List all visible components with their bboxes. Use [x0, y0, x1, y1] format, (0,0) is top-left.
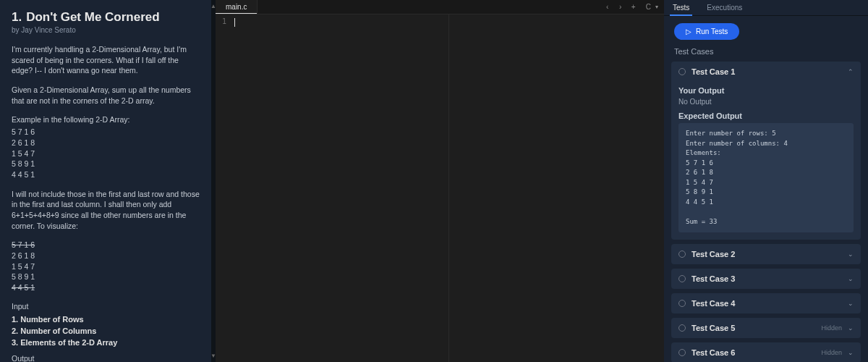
- test-case-header[interactable]: Test Case 6Hidden⌄: [671, 342, 861, 362]
- collapse-down-icon[interactable]: ▼: [210, 353, 216, 359]
- test-case-header[interactable]: Test Case 3⌄: [671, 269, 861, 289]
- problem-title: Don't Get Me Cornered: [26, 10, 159, 25]
- array-row: 4 4 5 1: [12, 169, 200, 180]
- test-case-body: Your OutputNo OutputExpected OutputEnter…: [671, 86, 861, 240]
- output-heading: Output: [12, 354, 200, 362]
- array-row: 2 6 1 8: [12, 251, 200, 261]
- status-circle-icon: [678, 349, 686, 356]
- test-case-title: Test Case 6: [692, 348, 815, 357]
- language-selector[interactable]: C ▾: [640, 0, 664, 14]
- test-case-title: Test Case 5: [692, 324, 815, 332]
- array-row: 4 4 5 1: [12, 282, 200, 293]
- array-row: 2 6 1 8: [12, 138, 200, 148]
- play-icon: ▷: [686, 28, 692, 35]
- problem-number: 1.: [12, 10, 22, 25]
- line-number: 1: [216, 17, 233, 25]
- expected-output-block: Enter number of rows: 5 Enter number of …: [678, 123, 854, 232]
- hidden-badge: Hidden: [821, 324, 842, 332]
- chevron-down-icon: ⌄: [848, 251, 854, 258]
- line-gutter: 1: [216, 14, 233, 362]
- expected-output-label: Expected Output: [678, 111, 854, 120]
- run-label: Run Tests: [696, 28, 728, 35]
- test-case-header[interactable]: Test Case 1⌃: [671, 62, 861, 82]
- chevron-down-icon: ⌄: [848, 275, 854, 282]
- problem-paragraph: I'm currently handling a 2-Dimensional A…: [12, 44, 200, 76]
- array-row: 5 8 9 1: [12, 159, 200, 169]
- next-tab-icon[interactable]: ›: [614, 0, 627, 14]
- status-circle-icon: [678, 251, 686, 258]
- chevron-down-icon: ⌄: [848, 300, 854, 307]
- array-row: 5 7 1 6: [12, 127, 200, 138]
- chevron-down-icon: ⌄: [848, 324, 854, 332]
- input-list-item: 3. Elements of the 2-D Array: [12, 338, 200, 347]
- example-label: Example in the following 2-D Array:: [12, 114, 200, 125]
- no-output-text: No Output: [678, 98, 854, 106]
- test-case: Test Case 4⌄: [671, 293, 861, 313]
- chevron-down-icon: ⌄: [848, 349, 854, 356]
- code-editor[interactable]: 1: [216, 14, 664, 362]
- status-circle-icon: [678, 324, 686, 332]
- problem-paragraph: Given a 2-Dimensional Array, sum up all …: [12, 85, 200, 106]
- panel-resizer[interactable]: ▲ ▼: [211, 0, 216, 362]
- hidden-badge: Hidden: [821, 349, 842, 356]
- example-array: 5 7 1 62 6 1 81 5 4 75 8 9 14 4 5 1: [12, 127, 200, 180]
- input-list-item: 1. Number of Rows: [12, 315, 200, 324]
- test-case-header[interactable]: Test Case 2⌄: [671, 244, 861, 264]
- test-case: Test Case 5Hidden⌄: [671, 318, 861, 338]
- add-tab-icon[interactable]: +: [627, 0, 640, 14]
- test-case-title: Test Case 1: [692, 67, 842, 76]
- chevron-down-icon: ▾: [655, 4, 658, 10]
- test-case: Test Case 1⌃Your OutputNo OutputExpected…: [671, 62, 861, 240]
- problem-paragraph: I will not include those in the first an…: [12, 189, 200, 232]
- tab-executions[interactable]: Executions: [698, 0, 751, 15]
- language-label: C: [646, 3, 651, 11]
- input-heading: Input: [12, 302, 200, 311]
- run-tests-button[interactable]: ▷ Run Tests: [674, 23, 739, 40]
- array-row: 5 7 1 6: [12, 240, 200, 251]
- status-circle-icon: [678, 300, 686, 307]
- tab-tests[interactable]: Tests: [664, 0, 698, 15]
- test-case-header[interactable]: Test Case 5Hidden⌄: [671, 318, 861, 338]
- test-case-title: Test Case 3: [692, 274, 842, 283]
- your-output-label: Your Output: [678, 86, 854, 95]
- input-list-item: 2. Number of Columns: [12, 327, 200, 335]
- visualize-array: 5 7 1 62 6 1 81 5 4 75 8 9 14 4 5 1: [12, 240, 200, 292]
- problem-author: by Jay Vince Serato: [12, 26, 200, 34]
- test-case: Test Case 2⌄: [671, 244, 861, 264]
- status-circle-icon: [678, 275, 686, 282]
- test-case: Test Case 6Hidden⌄: [671, 342, 861, 362]
- status-circle-icon: [678, 68, 686, 75]
- chevron-up-icon: ⌃: [848, 68, 854, 75]
- array-row: 5 8 9 1: [12, 272, 200, 282]
- array-row: 1 5 4 7: [12, 261, 200, 272]
- input-list: 1. Number of Rows2. Number of Columns3. …: [12, 315, 200, 347]
- test-cases-heading: Test Cases: [664, 47, 868, 62]
- editor-tab-bar: main.c ‹ › + C ▾: [216, 0, 664, 14]
- editor-panel: main.c ‹ › + C ▾ 1: [216, 0, 664, 362]
- prev-tab-icon[interactable]: ‹: [601, 0, 614, 14]
- problem-panel: 1. Don't Get Me Cornered by Jay Vince Se…: [0, 0, 216, 362]
- tab-label: main.c: [226, 3, 247, 11]
- test-case-title: Test Case 2: [692, 250, 842, 258]
- test-case-title: Test Case 4: [692, 299, 842, 308]
- editor-tab[interactable]: main.c: [216, 0, 258, 14]
- test-case: Test Case 3⌄: [671, 269, 861, 289]
- array-row: 1 5 4 7: [12, 148, 200, 159]
- tests-panel: Tests Executions ▷ Run Tests Test Cases …: [664, 0, 868, 362]
- test-case-header[interactable]: Test Case 4⌄: [671, 293, 861, 313]
